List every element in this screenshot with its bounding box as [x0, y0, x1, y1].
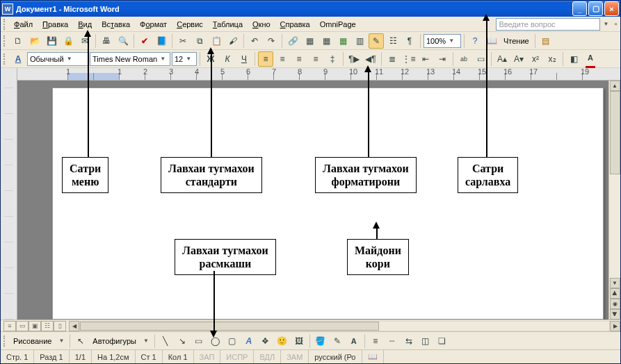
font-color-icon[interactable]: A [346, 333, 362, 349]
reading-view-icon[interactable]: ▯ [54, 321, 66, 331]
scroll-thumb-h[interactable] [80, 322, 379, 331]
rtl-icon[interactable]: ◀¶ [363, 51, 378, 67]
web-view-icon[interactable]: ▭ [16, 321, 29, 331]
status-book-icon[interactable]: 📖 [362, 350, 384, 363]
columns-icon[interactable]: ▥ [352, 33, 367, 49]
print-icon[interactable]: 🖶 [99, 33, 114, 49]
font-color-icon[interactable]: A [583, 51, 598, 67]
minimize-button[interactable]: _ [572, 1, 587, 16]
scroll-right-icon[interactable]: ▶ [610, 321, 620, 331]
status-rev[interactable]: ИСПР [220, 350, 254, 363]
zoom-combo[interactable]: 100%▼ [424, 34, 461, 48]
subscript-icon[interactable]: x₂ [545, 51, 560, 67]
drawing-menu[interactable]: Рисование [10, 337, 54, 345]
close-help-icon[interactable]: × [611, 21, 620, 27]
autoshapes-menu[interactable]: Автофигуры [90, 337, 139, 345]
bullets-icon[interactable]: ⋮≡ [401, 51, 417, 67]
line-style-icon[interactable]: ≡ [368, 333, 383, 349]
align-left-icon[interactable]: ≡ [258, 51, 273, 67]
rectangle-icon[interactable]: ▭ [191, 333, 207, 349]
highlight-icon[interactable]: ab [456, 51, 471, 67]
chevron-down-icon[interactable]: ▼ [140, 338, 152, 344]
scroll-left-icon[interactable]: ◀ [69, 321, 79, 331]
doc-map-icon[interactable]: ☷ [385, 33, 401, 49]
font-grow-icon[interactable]: A▴ [494, 51, 510, 67]
redo-icon[interactable]: ↷ [264, 33, 279, 49]
copy-icon[interactable]: ⧉ [192, 33, 207, 49]
3d-icon[interactable]: ❏ [435, 333, 450, 349]
status-ovr[interactable]: ЗАМ [281, 350, 309, 363]
arrow-style-icon[interactable]: ⇆ [401, 333, 417, 349]
menu-окно[interactable]: Окно [248, 19, 275, 30]
menu-правка[interactable]: Правка [38, 19, 73, 30]
line-color-icon[interactable]: ✎ [330, 333, 345, 349]
research-icon[interactable]: 📘 [154, 33, 169, 49]
line-icon[interactable]: ╲ [158, 333, 173, 349]
drawing-toggle-icon[interactable]: ✎ [369, 33, 384, 49]
arrow-icon[interactable]: ↘ [175, 333, 190, 349]
toolbar-handle[interactable] [3, 19, 6, 30]
ask-question-box[interactable]: Введите вопрос [496, 18, 600, 31]
wordart-icon[interactable]: A [241, 333, 257, 349]
undo-icon[interactable]: ↶ [247, 33, 262, 49]
toolbar-handle[interactable] [3, 53, 6, 65]
align-center-icon[interactable]: ≡ [275, 51, 290, 67]
insert-table-icon[interactable]: ▦ [318, 33, 334, 49]
styles-icon[interactable]: A [10, 51, 26, 67]
browse-object-icon[interactable]: ◉ [610, 299, 620, 309]
horizontal-scrollbar[interactable]: ◀ ▶ [69, 321, 620, 331]
normal-view-icon[interactable]: ≡ [3, 321, 16, 331]
open-icon[interactable]: 📂 [27, 33, 42, 49]
justify-icon[interactable]: ≡ [308, 51, 323, 67]
read-mode-label[interactable]: Чтение [501, 37, 532, 45]
insert-picture-icon[interactable]: 🖼 [291, 333, 307, 349]
vertical-scrollbar[interactable]: ▲ ▼ ⯅ ◉ ⯆ [608, 81, 620, 320]
scroll-down-icon[interactable]: ▼ [610, 278, 620, 288]
status-rec[interactable]: ЗАП [194, 350, 221, 363]
shadow-icon[interactable]: ◫ [418, 333, 433, 349]
italic-icon[interactable]: К [220, 51, 235, 67]
taskpane-icon[interactable]: ▤ [538, 33, 554, 49]
font-shrink-icon[interactable]: A▾ [511, 51, 526, 67]
menu-таблица[interactable]: Таблица [208, 19, 248, 30]
save-icon[interactable]: 💾 [44, 33, 59, 49]
font-combo[interactable]: Times New Roman▼ [90, 52, 170, 66]
align-right-icon[interactable]: ≡ [291, 51, 307, 67]
menu-вставка[interactable]: Вставка [97, 19, 135, 30]
paste-icon[interactable]: 📋 [209, 33, 224, 49]
status-lang[interactable]: русский (Ро [309, 350, 362, 363]
scroll-thumb[interactable] [610, 91, 620, 174]
clipart-icon[interactable]: 🙂 [275, 333, 290, 349]
hyperlink-icon[interactable]: 🔗 [285, 33, 300, 49]
select-objects-icon[interactable]: ↖ [73, 333, 88, 349]
dash-style-icon[interactable]: ┄ [385, 333, 400, 349]
line-spacing-icon[interactable]: ‡ [325, 51, 340, 67]
numbering-icon[interactable]: ≣ [385, 51, 400, 67]
menu-формат[interactable]: Формат [135, 19, 172, 30]
horizontal-ruler[interactable]: 1123456789101112131415161719 [17, 68, 620, 81]
vertical-ruler[interactable] [1, 68, 17, 320]
format-painter-icon[interactable]: 🖌 [225, 33, 241, 49]
menu-файл[interactable]: Файл [9, 19, 38, 30]
excel-icon[interactable]: ▦ [335, 33, 350, 49]
menu-omnipage[interactable]: OmniPage [315, 19, 361, 30]
decrease-indent-icon[interactable]: ⇤ [418, 51, 433, 67]
toolbar-handle[interactable] [3, 35, 6, 47]
permission-icon[interactable]: 🔒 [61, 33, 76, 49]
toolbar-handle[interactable] [3, 336, 6, 347]
outline-view-icon[interactable]: ☷ [41, 321, 54, 331]
diagram-icon[interactable]: ❖ [258, 333, 273, 349]
print-preview-icon[interactable]: 🔍 [115, 33, 131, 49]
ask-dropdown-icon[interactable]: ▼ [600, 21, 611, 27]
print-view-icon[interactable]: ▣ [29, 321, 41, 331]
menu-сервис[interactable]: Сервис [172, 19, 208, 30]
browse-prev-icon[interactable]: ⯅ [610, 288, 620, 299]
menu-вид[interactable]: Вид [73, 19, 97, 30]
style-combo[interactable]: Обычный▼ [27, 52, 88, 66]
font-size-combo[interactable]: 12▼ [172, 52, 197, 66]
chevron-down-icon[interactable]: ▼ [56, 338, 67, 344]
close-button[interactable]: × [604, 1, 619, 16]
show-marks-icon[interactable]: ¶ [402, 33, 417, 49]
maximize-button[interactable]: ▢ [588, 1, 603, 16]
tables-borders-icon[interactable]: ▦ [302, 33, 317, 49]
